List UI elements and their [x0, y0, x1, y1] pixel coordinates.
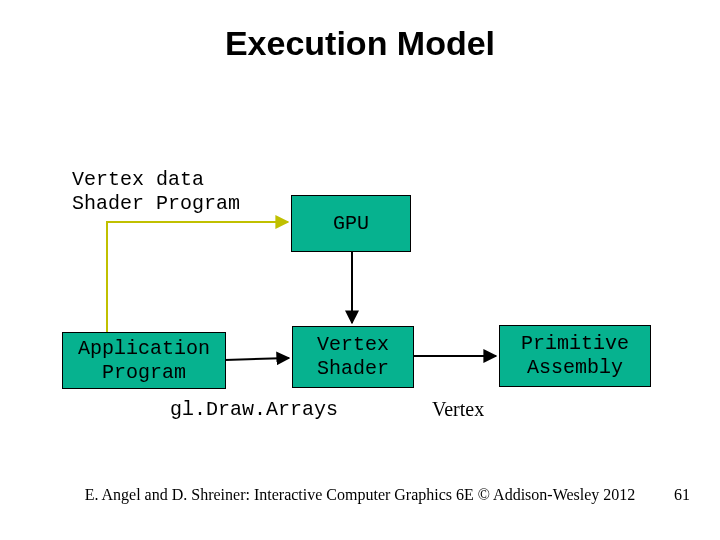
label-gl-draw-arrays: gl.Draw.Arrays [170, 398, 338, 421]
node-gpu: GPU [291, 195, 411, 252]
footer-citation: E. Angel and D. Shreiner: Interactive Co… [0, 486, 720, 504]
node-application-program-label: Application Program [78, 337, 210, 385]
label-shader-program: Shader Program [72, 192, 240, 215]
label-vertex-data: Vertex data [72, 168, 204, 191]
label-vertex-output: Vertex [432, 398, 484, 421]
node-gpu-label: GPU [333, 212, 369, 236]
slide-title: Execution Model [0, 24, 720, 63]
page-number: 61 [674, 486, 690, 504]
node-application-program: Application Program [62, 332, 226, 389]
node-vertex-shader-label: Vertex Shader [317, 333, 389, 381]
node-primitive-assembly-label: Primitive Assembly [521, 332, 629, 380]
node-primitive-assembly: Primitive Assembly [499, 325, 651, 387]
node-vertex-shader: Vertex Shader [292, 326, 414, 388]
diagram-arrows [0, 0, 720, 540]
